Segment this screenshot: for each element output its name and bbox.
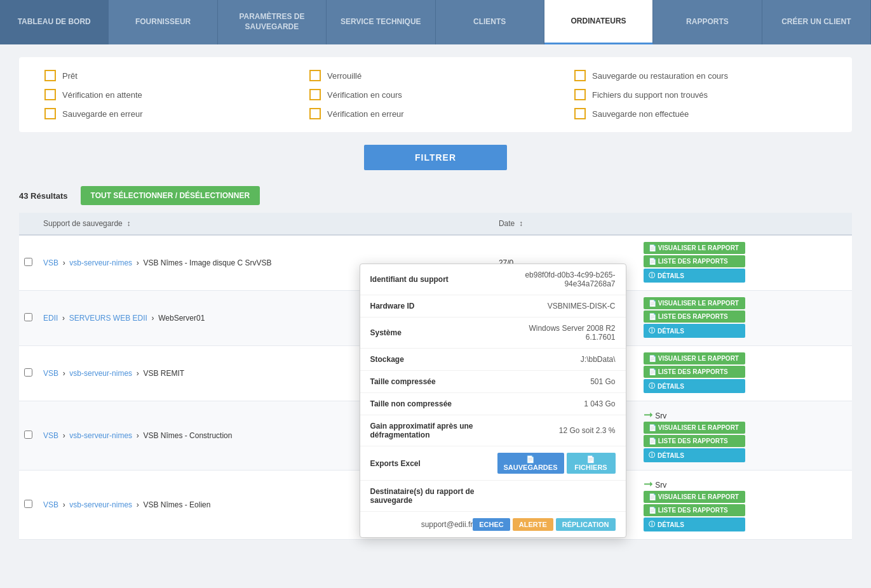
row2-liste-btn[interactable]: 📄 LISTE DES RAPPORTS bbox=[644, 311, 745, 323]
popup-row-gain: Gain approximatif après une défragmentat… bbox=[360, 415, 626, 446]
checkbox-sauvegarde-restauration[interactable] bbox=[574, 70, 586, 81]
popup-value-hardware: VSBNIMES-DISK-C bbox=[497, 302, 616, 311]
popup-row-destinataires-header: Destinataire(s) du rapport de sauvegarde bbox=[360, 481, 626, 512]
filter-sauvegarde-non-effectuee[interactable]: Sauvegarde non effectuée bbox=[574, 108, 827, 119]
results-count: 43 Résultats bbox=[19, 191, 68, 201]
results-bar: 43 Résultats TOUT SÉLECTIONNER / DÉSÉLEC… bbox=[19, 186, 852, 205]
popup-email-buttons: ECHEC ALERTE RÉPLICATION bbox=[473, 518, 615, 531]
select-all-button[interactable]: TOUT SÉLECTIONNER / DÉSÉLECTIONNER bbox=[81, 186, 260, 205]
row2-visualiser-btn[interactable]: 📄 VISUALISER LE RAPPORT bbox=[644, 297, 745, 309]
row5-path-link-server[interactable]: vsb-serveur-nimes bbox=[69, 500, 132, 509]
nav-clients[interactable]: CLIENTS bbox=[436, 0, 544, 44]
row1-path-machine: VSB Nîmes - Image disque C SrvVSB bbox=[143, 258, 271, 267]
popup-exports-fichiers-btn[interactable]: 📄 FICHIERS bbox=[567, 453, 616, 474]
row3-visualiser-btn[interactable]: 📄 VISUALISER LE RAPPORT bbox=[644, 352, 745, 364]
checkbox-verification-attente[interactable] bbox=[44, 89, 56, 100]
checkbox-verrouille[interactable] bbox=[309, 70, 321, 81]
row5-visualiser-btn[interactable]: 📄 VISUALISER LE RAPPORT bbox=[644, 491, 745, 503]
popup-label-identifiant: Identifiant du support bbox=[370, 275, 497, 284]
row1-path-link-server[interactable]: vsb-serveur-nimes bbox=[69, 258, 132, 267]
row4-actions: ➞ Srv 📄 VISUALISER LE RAPPORT 📄 LISTE DE… bbox=[638, 401, 852, 471]
popup-row-identifiant: Identifiant du support eb98f0fd-d0b3-4c9… bbox=[360, 264, 626, 295]
row1-path-link-vsb[interactable]: VSB bbox=[43, 258, 58, 267]
popup-label-destinataires: Destinataire(s) du rapport de sauvegarde bbox=[370, 487, 497, 505]
col-support-header: Support de sauvegarde ↕ bbox=[38, 213, 494, 235]
checkbox-pret[interactable] bbox=[44, 70, 56, 81]
row4-path-machine: VSB Nîmes - Construction bbox=[143, 431, 232, 440]
filter-pret[interactable]: Prêt bbox=[44, 70, 297, 81]
filter-verification-attente[interactable]: Vérification en attente bbox=[44, 89, 297, 100]
row4-path-link-vsb[interactable]: VSB bbox=[43, 431, 58, 440]
nav-parametres-sauvegarde[interactable]: PARAMÈTRES DE SAUVEGARDE bbox=[218, 0, 327, 44]
row4-check[interactable] bbox=[19, 401, 38, 471]
nav-creer-un-client[interactable]: CRÉER UN CLIENT bbox=[762, 0, 871, 44]
row4-details-btn[interactable]: ⓘ DÉTAILS bbox=[644, 448, 745, 462]
nav-ordinateurs[interactable]: ORDINATEURS bbox=[544, 0, 653, 44]
row1-details-btn[interactable]: ⓘ DÉTAILS bbox=[644, 269, 745, 283]
row4-visualiser-btn[interactable]: 📄 VISUALISER LE RAPPORT bbox=[644, 422, 745, 434]
popup-label-stockage: Stockage bbox=[370, 355, 497, 364]
row2-path-link-edii[interactable]: EDII bbox=[43, 314, 58, 323]
col-date-header: Date ↕ bbox=[494, 213, 638, 235]
row4-type: Srv bbox=[655, 411, 666, 420]
checkbox-sauvegarde-non-effectuee[interactable] bbox=[574, 108, 586, 119]
popup-value-systeme: Windows Server 2008 R2 6.1.7601 bbox=[497, 324, 616, 342]
popup-email: support@edii.fr bbox=[370, 520, 473, 529]
row5-check[interactable] bbox=[19, 471, 38, 540]
popup-value-identifiant: eb98f0fd-d0b3-4c99-b265-94e34a7268a7 bbox=[497, 271, 616, 288]
row2-actions: 📄 VISUALISER LE RAPPORT 📄 LISTE DES RAPP… bbox=[638, 291, 852, 346]
arrow-icon: ➞ bbox=[644, 408, 653, 421]
popup-exports-sauvegardes-btn[interactable]: 📄 SAUVEGARDES bbox=[497, 453, 564, 474]
row3-liste-btn[interactable]: 📄 LISTE DES RAPPORTS bbox=[644, 366, 745, 378]
row1-check[interactable] bbox=[19, 235, 38, 291]
row4-path-link-server[interactable]: vsb-serveur-nimes bbox=[69, 431, 132, 440]
filter-sauvegarde-erreur[interactable]: Sauvegarde en erreur bbox=[44, 108, 297, 119]
popup-label-systeme: Système bbox=[370, 328, 497, 337]
filter-verification-cours[interactable]: Vérification en cours bbox=[309, 89, 562, 100]
main-content: Prêt Verrouillé Sauvegarde ou restaurati… bbox=[0, 44, 871, 552]
row3-details-btn[interactable]: ⓘ DÉTAILS bbox=[644, 379, 745, 393]
checkbox-fichiers-support[interactable] bbox=[574, 89, 586, 100]
popup-row-systeme: Système Windows Server 2008 R2 6.1.7601 bbox=[360, 317, 626, 349]
filter-sauvegarde-restauration[interactable]: Sauvegarde ou restauration en cours bbox=[574, 70, 827, 81]
row3-path-link-vsb[interactable]: VSB bbox=[43, 369, 58, 378]
nav-rapports[interactable]: RAPPORTS bbox=[653, 0, 762, 44]
popup-row-stockage: Stockage J:\bbData\ bbox=[360, 349, 626, 371]
row3-path-link-server[interactable]: vsb-serveur-nimes bbox=[69, 369, 132, 378]
row3-check[interactable] bbox=[19, 346, 38, 401]
checkbox-verification-cours[interactable] bbox=[309, 89, 321, 100]
row2-path-link-serveurs[interactable]: SERVEURS WEB EDII bbox=[69, 314, 147, 323]
nav-service-technique[interactable]: SERVICE TECHNIQUE bbox=[327, 0, 435, 44]
checkbox-sauvegarde-erreur[interactable] bbox=[44, 108, 56, 119]
popup-row-exports: Exports Excel 📄 SAUVEGARDES 📄 FICHIERS bbox=[360, 446, 626, 481]
row3-actions: 📄 VISUALISER LE RAPPORT 📄 LISTE DES RAPP… bbox=[638, 346, 852, 401]
row1-visualiser-btn[interactable]: 📄 VISUALISER LE RAPPORT bbox=[644, 242, 745, 254]
filter-verrouille[interactable]: Verrouillé bbox=[309, 70, 562, 81]
table-container: Support de sauvegarde ↕ Date ↕ VSB › vsb… bbox=[19, 213, 852, 540]
popup-value-taille-non-compressee: 1 043 Go bbox=[497, 399, 616, 408]
popup-label-hardware: Hardware ID bbox=[370, 302, 497, 311]
popup-alerte-btn[interactable]: ALERTE bbox=[513, 518, 553, 531]
row5-liste-btn[interactable]: 📄 LISTE DES RAPPORTS bbox=[644, 504, 745, 516]
row5-path-machine: VSB Nîmes - Eolien bbox=[143, 500, 210, 509]
filter-fichiers-support[interactable]: Fichiers du support non trouvés bbox=[574, 89, 827, 100]
arrow-icon-2: ➞ bbox=[644, 478, 653, 490]
nav-tableau-de-bord[interactable]: TABLEAU DE BORD bbox=[0, 0, 109, 44]
popup-label-exports: Exports Excel bbox=[370, 459, 497, 468]
popup-echec-btn[interactable]: ECHEC bbox=[473, 518, 510, 531]
nav-fournisseur[interactable]: FOURNISSEUR bbox=[109, 0, 217, 44]
row4-liste-btn[interactable]: 📄 LISTE DES RAPPORTS bbox=[644, 435, 745, 447]
popup-replication-btn[interactable]: RÉPLICATION bbox=[556, 518, 616, 531]
popup-value-stockage: J:\bbData\ bbox=[497, 355, 616, 364]
filter-verification-erreur[interactable]: Vérification en erreur bbox=[309, 108, 562, 119]
row2-check[interactable] bbox=[19, 291, 38, 346]
filter-button[interactable]: FILTRER bbox=[364, 145, 507, 170]
row2-details-btn[interactable]: ⓘ DÉTAILS bbox=[644, 324, 745, 338]
popup-row-hardware: Hardware ID VSBNIMES-DISK-C bbox=[360, 295, 626, 317]
row5-path-link-vsb[interactable]: VSB bbox=[43, 500, 58, 509]
popup-row-taille-compressee: Taille compressée 501 Go bbox=[360, 371, 626, 393]
checkbox-verification-erreur[interactable] bbox=[309, 108, 321, 119]
row1-liste-btn[interactable]: 📄 LISTE DES RAPPORTS bbox=[644, 255, 745, 267]
col-check-header bbox=[19, 213, 38, 235]
row5-details-btn[interactable]: ⓘ DÉTAILS bbox=[644, 518, 745, 531]
